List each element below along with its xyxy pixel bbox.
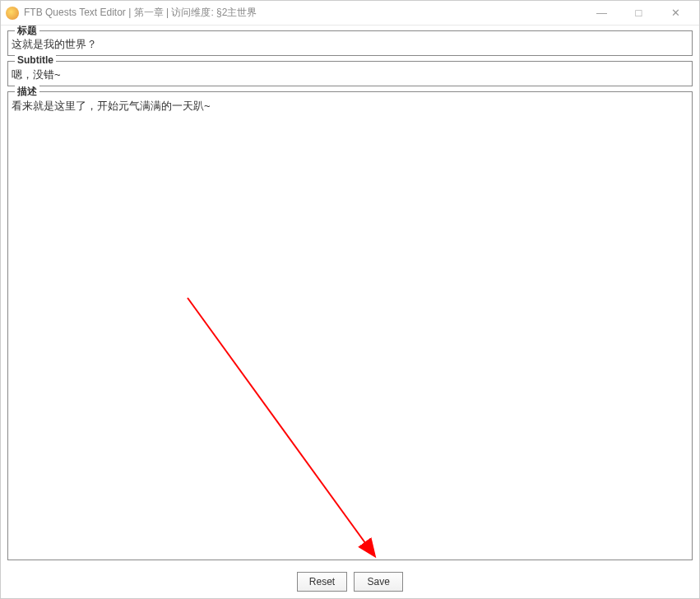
titlebar[interactable]: FTB Quests Text Editor | 第一章 | 访问维度: §2主… xyxy=(1,1,699,26)
content-area: 标题 Subtitle 描述 xyxy=(1,26,699,567)
window-title: FTB Quests Text Editor | 第一章 | 访问维度: §2主… xyxy=(24,6,583,20)
subtitle-input[interactable] xyxy=(12,67,688,82)
app-icon xyxy=(6,7,19,20)
reset-button[interactable]: Reset xyxy=(297,572,347,592)
title-fieldset: 标题 xyxy=(7,30,693,56)
editor-window: FTB Quests Text Editor | 第一章 | 访问维度: §2主… xyxy=(0,0,700,599)
description-fieldset: 描述 xyxy=(7,91,693,560)
save-button[interactable]: Save xyxy=(354,572,403,592)
window-controls: — □ ✕ xyxy=(583,2,694,25)
maximize-button[interactable]: □ xyxy=(620,2,657,25)
title-legend: 标题 xyxy=(15,26,39,38)
close-button[interactable]: ✕ xyxy=(657,2,694,25)
subtitle-fieldset: Subtitle xyxy=(7,61,693,86)
description-textarea[interactable] xyxy=(12,97,688,556)
subtitle-legend: Subtitle xyxy=(15,54,56,66)
button-bar: Reset Save xyxy=(1,567,699,598)
description-legend: 描述 xyxy=(15,85,39,99)
title-input[interactable] xyxy=(12,36,688,52)
minimize-button[interactable]: — xyxy=(583,2,620,25)
